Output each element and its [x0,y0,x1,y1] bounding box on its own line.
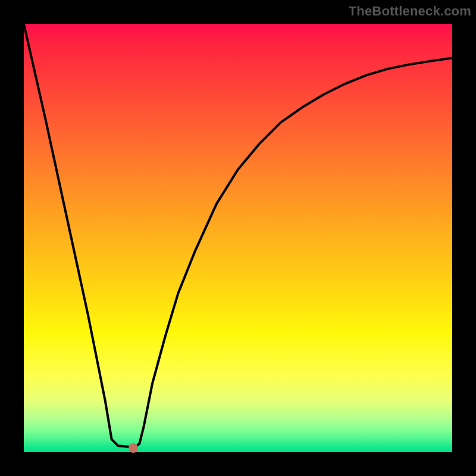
optimum-marker [129,443,138,453]
curve-layer [24,24,452,452]
watermark-text: TheBottleneck.com [349,4,471,19]
bottleneck-curve [24,24,452,447]
chart-frame: TheBottleneck.com [0,0,476,476]
plot-area [24,24,452,452]
